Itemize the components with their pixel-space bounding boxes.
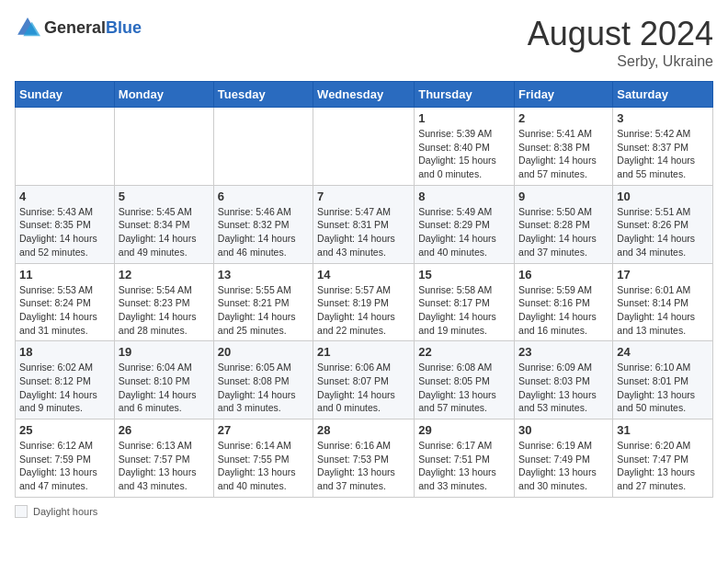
calendar-cell: 9Sunrise: 5:50 AMSunset: 8:28 PMDaylight…	[515, 185, 613, 263]
day-info: Sunrise: 5:42 AMSunset: 8:37 PMDaylight:…	[617, 127, 709, 181]
calendar-cell: 23Sunrise: 6:09 AMSunset: 8:03 PMDayligh…	[515, 341, 613, 419]
day-info: Sunrise: 5:59 AMSunset: 8:16 PMDaylight:…	[518, 283, 609, 338]
calendar-cell: 18Sunrise: 6:02 AMSunset: 8:12 PMDayligh…	[16, 341, 115, 419]
weekday-header: Tuesday	[213, 82, 313, 108]
day-info: Sunrise: 6:20 AMSunset: 7:47 PMDaylight:…	[617, 439, 709, 493]
day-number: 30	[518, 423, 609, 437]
calendar-cell: 29Sunrise: 6:17 AMSunset: 7:51 PMDayligh…	[415, 419, 515, 498]
weekday-header: Monday	[114, 82, 213, 108]
day-number: 26	[119, 423, 210, 437]
day-number: 14	[317, 268, 410, 282]
day-number: 2	[518, 111, 609, 125]
day-info: Sunrise: 5:45 AMSunset: 8:34 PMDaylight:…	[119, 205, 210, 259]
day-info: Sunrise: 6:01 AMSunset: 8:14 PMDaylight:…	[617, 283, 709, 338]
day-info: Sunrise: 5:51 AMSunset: 8:26 PMDaylight:…	[617, 205, 709, 259]
weekday-header: Sunday	[16, 82, 115, 108]
weekday-header: Thursday	[415, 82, 515, 108]
weekday-header-row: SundayMondayTuesdayWednesdayThursdayFrid…	[16, 82, 713, 108]
calendar-cell: 3Sunrise: 5:42 AMSunset: 8:37 PMDaylight…	[613, 108, 713, 186]
calendar-cell: 10Sunrise: 5:51 AMSunset: 8:26 PMDayligh…	[613, 185, 713, 263]
day-info: Sunrise: 5:49 AMSunset: 8:29 PMDaylight:…	[418, 205, 510, 259]
day-number: 31	[617, 423, 709, 437]
calendar-week-row: 4Sunrise: 5:43 AMSunset: 8:35 PMDaylight…	[16, 185, 713, 263]
day-info: Sunrise: 5:47 AMSunset: 8:31 PMDaylight:…	[317, 205, 410, 259]
calendar-week-row: 1Sunrise: 5:39 AMSunset: 8:40 PMDaylight…	[16, 108, 713, 186]
calendar-cell: 7Sunrise: 5:47 AMSunset: 8:31 PMDaylight…	[313, 185, 415, 263]
day-number: 4	[19, 190, 110, 203]
day-info: Sunrise: 6:02 AMSunset: 8:12 PMDaylight:…	[19, 361, 110, 415]
day-info: Sunrise: 5:43 AMSunset: 8:35 PMDaylight:…	[19, 205, 110, 259]
day-info: Sunrise: 6:10 AMSunset: 8:01 PMDaylight:…	[617, 361, 709, 415]
day-info: Sunrise: 6:08 AMSunset: 8:05 PMDaylight:…	[418, 361, 510, 415]
calendar-cell: 25Sunrise: 6:12 AMSunset: 7:59 PMDayligh…	[16, 419, 115, 498]
calendar-cell: 5Sunrise: 5:45 AMSunset: 8:34 PMDaylight…	[114, 185, 213, 263]
day-number: 8	[418, 190, 510, 203]
day-info: Sunrise: 5:54 AMSunset: 8:23 PMDaylight:…	[119, 283, 210, 338]
day-number: 29	[418, 423, 510, 437]
weekday-header: Saturday	[613, 82, 713, 108]
page-header: GeneralBlue August 2024 Serby, Ukraine	[15, 15, 713, 70]
logo-blue: Blue	[106, 18, 142, 37]
calendar-cell: 17Sunrise: 6:01 AMSunset: 8:14 PMDayligh…	[613, 263, 713, 341]
calendar-cell: 15Sunrise: 5:58 AMSunset: 8:17 PMDayligh…	[415, 263, 515, 341]
day-info: Sunrise: 5:58 AMSunset: 8:17 PMDaylight:…	[418, 283, 510, 338]
calendar-cell: 28Sunrise: 6:16 AMSunset: 7:53 PMDayligh…	[313, 419, 415, 498]
day-number: 27	[218, 423, 309, 437]
day-info: Sunrise: 6:06 AMSunset: 8:07 PMDaylight:…	[317, 361, 410, 415]
calendar-cell: 24Sunrise: 6:10 AMSunset: 8:01 PMDayligh…	[613, 341, 713, 419]
logo-icon	[15, 15, 40, 40]
day-info: Sunrise: 6:12 AMSunset: 7:59 PMDaylight:…	[19, 439, 110, 493]
calendar-cell: 22Sunrise: 6:08 AMSunset: 8:05 PMDayligh…	[415, 341, 515, 419]
calendar-cell: 20Sunrise: 6:05 AMSunset: 8:08 PMDayligh…	[213, 341, 313, 419]
calendar-cell	[313, 108, 415, 186]
day-info: Sunrise: 5:55 AMSunset: 8:21 PMDaylight:…	[218, 283, 309, 338]
logo: GeneralBlue	[15, 15, 142, 40]
calendar-cell: 13Sunrise: 5:55 AMSunset: 8:21 PMDayligh…	[213, 263, 313, 341]
day-number: 16	[518, 268, 609, 282]
day-number: 11	[19, 268, 110, 282]
day-number: 25	[19, 423, 110, 437]
legend-label: Daylight hours	[33, 506, 97, 517]
day-number: 23	[518, 345, 609, 359]
day-number: 6	[218, 190, 309, 203]
calendar-cell: 1Sunrise: 5:39 AMSunset: 8:40 PMDaylight…	[415, 108, 515, 186]
legend-box	[15, 505, 28, 518]
day-number: 3	[617, 111, 709, 125]
day-number: 1	[418, 111, 510, 125]
location-subtitle: Serby, Ukraine	[528, 53, 713, 70]
day-info: Sunrise: 6:19 AMSunset: 7:49 PMDaylight:…	[518, 439, 609, 493]
weekday-header: Wednesday	[313, 82, 415, 108]
day-info: Sunrise: 6:13 AMSunset: 7:57 PMDaylight:…	[119, 439, 210, 493]
day-number: 5	[119, 190, 210, 203]
calendar-cell: 19Sunrise: 6:04 AMSunset: 8:10 PMDayligh…	[114, 341, 213, 419]
calendar-table: SundayMondayTuesdayWednesdayThursdayFrid…	[15, 81, 713, 498]
day-info: Sunrise: 6:16 AMSunset: 7:53 PMDaylight:…	[317, 439, 410, 493]
day-number: 28	[317, 423, 410, 437]
day-number: 21	[317, 345, 410, 359]
logo-general: General	[44, 18, 106, 37]
day-number: 15	[418, 268, 510, 282]
calendar-week-row: 25Sunrise: 6:12 AMSunset: 7:59 PMDayligh…	[16, 419, 713, 498]
day-number: 20	[218, 345, 309, 359]
day-number: 7	[317, 190, 410, 203]
calendar-week-row: 11Sunrise: 5:53 AMSunset: 8:24 PMDayligh…	[16, 263, 713, 341]
calendar-cell: 8Sunrise: 5:49 AMSunset: 8:29 PMDaylight…	[415, 185, 515, 263]
calendar-cell	[213, 108, 313, 186]
calendar-cell: 26Sunrise: 6:13 AMSunset: 7:57 PMDayligh…	[114, 419, 213, 498]
day-info: Sunrise: 5:57 AMSunset: 8:19 PMDaylight:…	[317, 283, 410, 338]
day-number: 12	[119, 268, 210, 282]
day-info: Sunrise: 6:09 AMSunset: 8:03 PMDaylight:…	[518, 361, 609, 415]
calendar-cell: 4Sunrise: 5:43 AMSunset: 8:35 PMDaylight…	[16, 185, 115, 263]
calendar-cell	[16, 108, 115, 186]
day-info: Sunrise: 6:05 AMSunset: 8:08 PMDaylight:…	[218, 361, 309, 415]
day-info: Sunrise: 6:04 AMSunset: 8:10 PMDaylight:…	[119, 361, 210, 415]
calendar-cell: 21Sunrise: 6:06 AMSunset: 8:07 PMDayligh…	[313, 341, 415, 419]
day-info: Sunrise: 5:39 AMSunset: 8:40 PMDaylight:…	[418, 127, 510, 181]
calendar-cell: 16Sunrise: 5:59 AMSunset: 8:16 PMDayligh…	[515, 263, 613, 341]
calendar-cell: 14Sunrise: 5:57 AMSunset: 8:19 PMDayligh…	[313, 263, 415, 341]
day-info: Sunrise: 6:17 AMSunset: 7:51 PMDaylight:…	[418, 439, 510, 493]
title-block: August 2024 Serby, Ukraine	[528, 15, 713, 70]
calendar-cell: 31Sunrise: 6:20 AMSunset: 7:47 PMDayligh…	[613, 419, 713, 498]
calendar-cell: 2Sunrise: 5:41 AMSunset: 8:38 PMDaylight…	[515, 108, 613, 186]
day-info: Sunrise: 5:53 AMSunset: 8:24 PMDaylight:…	[19, 283, 110, 338]
